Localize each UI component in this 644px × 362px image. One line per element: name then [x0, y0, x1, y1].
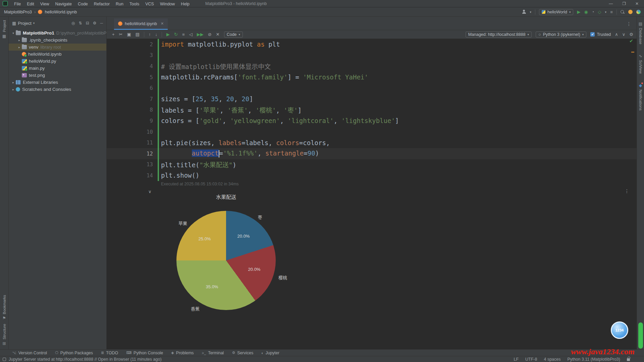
tree-item[interactable]: helloWorld.ipynb	[9, 51, 106, 58]
close-icon[interactable]: ✕	[635, 1, 639, 6]
tree-item[interactable]: ▸.ipynb_checkpoints	[9, 37, 106, 44]
kernel-selector[interactable]: ○ Python 3 (ipykernel) ▾	[536, 32, 586, 38]
tool-window-button-todo[interactable]: ≣TODO	[101, 351, 118, 355]
tool-window-button-problems[interactable]: ◈Problems	[171, 351, 194, 355]
tree-item[interactable]: test.png	[9, 72, 106, 79]
run-above-icon[interactable]: ◁	[189, 32, 193, 37]
run-config-selector[interactable]: helloWorld ▾	[539, 9, 573, 15]
run-button[interactable]: ▶	[577, 9, 580, 14]
code-line[interactable]: 8labels = ['苹果', '香蕉', '樱桃', '枣']	[107, 105, 637, 116]
chevron-down-icon[interactable]: ▾	[33, 21, 35, 25]
jupyter-server-selector[interactable]: Managed: http://localhost:8888 ▾	[466, 32, 532, 38]
user-icon[interactable]	[522, 10, 526, 14]
tab-helloworld-ipynb[interactable]: helloWorld.ipynb ✕	[114, 18, 168, 30]
menu-item-refactor[interactable]: Refactor	[91, 2, 113, 6]
notebook-settings-icon[interactable]: ⚙	[629, 32, 633, 37]
stripe-button-database[interactable]: ▤Database	[639, 21, 643, 44]
paste-cell-icon[interactable]: ▤	[136, 32, 140, 37]
stripe-button-notifications[interactable]: ◆Notifications	[639, 83, 643, 111]
code-line[interactable]: 10	[107, 126, 637, 137]
minimize-icon[interactable]: —	[609, 1, 613, 6]
menu-item-vcs[interactable]: VCS	[142, 2, 157, 6]
menu-item-edit[interactable]: Edit	[24, 2, 37, 6]
event-log-icon[interactable]	[3, 358, 6, 361]
code-line[interactable]: 5matplotlib.rcParams['font.family'] = 'M…	[107, 72, 637, 83]
status-item[interactable]: Python 3.11 (MatplotlibPro3)	[568, 357, 621, 362]
tree-item[interactable]: ▸venvlibrary root	[9, 44, 106, 51]
code-line[interactable]: 14plt.show()	[107, 170, 637, 181]
close-tab-icon[interactable]: ✕	[161, 21, 164, 26]
tree-item[interactable]: helloWorld.py	[9, 58, 106, 65]
move-cell-down-icon[interactable]: ↓	[155, 32, 158, 37]
stripe-button-structure[interactable]: Structure⊞	[2, 324, 6, 346]
code-line[interactable]: 7sizes = [25, 35, 20, 20]	[107, 94, 637, 105]
search-icon[interactable]	[621, 10, 625, 14]
menu-item-navigate[interactable]: Navigate	[52, 2, 75, 6]
code-line[interactable]: 6	[107, 82, 637, 94]
tree-chevron-icon[interactable]: ▸	[11, 88, 16, 91]
delete-cell-icon[interactable]: ✕	[216, 32, 220, 37]
menu-item-run[interactable]: Run	[113, 2, 126, 6]
menu-item-tools[interactable]: Tools	[126, 2, 142, 6]
lock-icon[interactable]	[627, 358, 630, 361]
add-cell-icon[interactable]: +	[112, 32, 115, 37]
code-line[interactable]: 13plt.title("水果配送")	[107, 159, 637, 170]
hide-panel-icon[interactable]: ─	[100, 21, 103, 25]
tree-chevron-icon[interactable]: ▸	[17, 46, 22, 49]
breadcrumb-file[interactable]: helloWorld.ipynb	[45, 9, 77, 14]
collapse-output-icon[interactable]: ∨	[148, 189, 152, 194]
status-item[interactable]: 4 spaces	[544, 357, 560, 362]
tool-window-button-terminal[interactable]: >_Terminal	[202, 351, 224, 355]
status-message[interactable]: Jupyter Server started at http://localho…	[9, 357, 162, 362]
scroll-down-icon[interactable]: ∨	[622, 32, 626, 37]
breadcrumb-project[interactable]: MatplotlibPro3	[4, 9, 32, 14]
scroll-up-icon[interactable]: ∧	[615, 32, 618, 37]
trusted-checkbox[interactable]: ✔	[590, 32, 595, 37]
code-line[interactable]: 11plt.pie(sizes, labels=labels, colors=c…	[107, 137, 637, 148]
tree-item[interactable]: ▸Scratches and Consoles	[9, 86, 106, 93]
menu-item-file[interactable]: File	[11, 2, 24, 6]
project-panel-title[interactable]: Project	[18, 21, 31, 26]
editor-options-kebab-icon[interactable]: ⋮	[627, 21, 637, 26]
debug-button[interactable]: ◉	[584, 9, 588, 14]
menu-item-window[interactable]: Window	[157, 2, 178, 6]
status-item[interactable]: UTF-8	[525, 357, 537, 362]
tree-chevron-icon[interactable]: ▸	[17, 39, 22, 42]
tool-window-button-python-console[interactable]: ⌨Python Console	[126, 351, 163, 355]
inspections-ok-icon[interactable]: ✔	[629, 38, 633, 44]
cell-type-selector[interactable]: Code ▾	[224, 32, 243, 38]
stripe-button-sciview[interactable]: ∿SciView	[639, 54, 643, 74]
stripe-button-bookmarks[interactable]: Bookmarks⚑	[2, 295, 6, 321]
coverage-button[interactable]: ◇	[598, 9, 601, 14]
collapse-all-icon[interactable]: ⊟	[86, 21, 89, 25]
tree-item[interactable]: ▾MatplotlibPro1D:\python_pro\MatplotlibP	[9, 29, 106, 37]
restart-kernel-icon[interactable]: ↻	[174, 32, 178, 37]
clear-outputs-icon[interactable]: ⊘	[208, 32, 212, 37]
tool-window-button-version-control[interactable]: ⌥Version Control	[12, 351, 47, 355]
output-options-kebab-icon[interactable]: ⋮	[625, 188, 629, 194]
restore-icon[interactable]: ❐	[622, 1, 626, 6]
cut-cell-icon[interactable]: ✂	[119, 32, 123, 37]
tree-chevron-icon[interactable]: ▸	[11, 81, 16, 84]
tool-window-button-jupyter[interactable]: ◐Jupyter	[261, 351, 279, 355]
settings-sync-icon[interactable]	[636, 10, 641, 14]
tree-chevron-icon[interactable]: ▾	[11, 32, 16, 35]
code-line[interactable]: 9colors = ['gold', 'yellowgreen', 'light…	[107, 115, 637, 126]
stripe-button-project[interactable]: Project▦	[2, 20, 6, 39]
locate-icon[interactable]: ◎	[71, 21, 75, 25]
tool-window-button-services[interactable]: ⚙Services	[232, 351, 253, 355]
code-line[interactable]: 2import matplotlib.pyplot as plt	[107, 39, 637, 50]
stop-kernel-icon[interactable]: ■	[182, 32, 185, 37]
run-cell-icon[interactable]: ▶	[166, 32, 170, 37]
code-line[interactable]: 12 autopct='%1.1f%%', startangle=90)	[107, 148, 637, 159]
move-cell-up-icon[interactable]: ↑	[149, 32, 151, 37]
settings-icon[interactable]: ⚙	[93, 21, 97, 25]
stop-button[interactable]: ■	[610, 9, 613, 14]
tree-item[interactable]: main.py	[9, 65, 106, 72]
code-line[interactable]: 4# 设置matplotlib使用黑体显示中文	[107, 61, 637, 72]
profile-button[interactable]: ◔	[592, 9, 594, 14]
menu-item-code[interactable]: Code	[75, 2, 91, 6]
tool-window-button-python-packages[interactable]: ⎔Python Packages	[55, 351, 93, 355]
code-line[interactable]: 3	[107, 50, 637, 61]
menu-item-help[interactable]: Help	[178, 2, 193, 6]
